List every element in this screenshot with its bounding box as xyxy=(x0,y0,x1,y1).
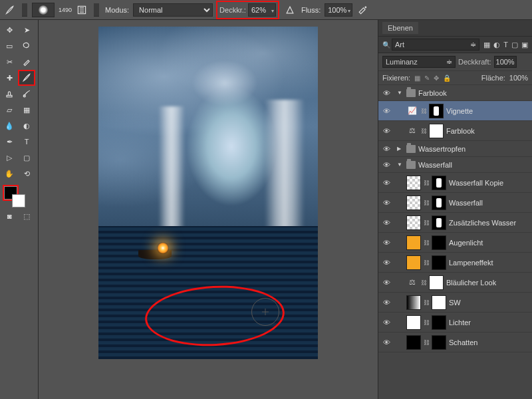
disclosure-icon[interactable]: ▼ xyxy=(397,162,404,168)
visibility-icon[interactable]: 👁 xyxy=(381,259,392,267)
brush-tool-icon[interactable] xyxy=(3,3,17,17)
layer-label[interactable]: Wasserfall Kopie xyxy=(449,179,529,187)
move-tool-icon[interactable]: ✥ xyxy=(1,23,17,37)
visibility-icon[interactable]: 👁 xyxy=(381,107,392,115)
flow-input[interactable]: 100% xyxy=(325,3,352,17)
layer-mask-thumb[interactable] xyxy=(432,176,446,190)
layer-thumb[interactable] xyxy=(406,255,421,270)
filter-adjust-icon[interactable]: ◐ xyxy=(493,41,500,49)
layer-label[interactable]: Wasserfall xyxy=(449,199,529,207)
layer-label[interactable]: Bläulicher Look xyxy=(446,279,529,287)
arrow-tool-icon[interactable]: ➤ xyxy=(19,23,35,37)
visibility-icon[interactable]: 👁 xyxy=(381,179,392,187)
layer-row[interactable]: 👁 ⛓ Lampeneffekt xyxy=(378,253,532,273)
layer-thumb[interactable] xyxy=(406,235,421,250)
blend-mode-select[interactable]: Normal xyxy=(133,3,213,17)
filter-shape-icon[interactable]: ▢ xyxy=(511,41,518,49)
layer-mask-thumb[interactable] xyxy=(432,335,446,350)
pressure-opacity-icon[interactable] xyxy=(283,3,297,17)
shape-tool-icon[interactable]: ▢ xyxy=(19,150,35,165)
layer-row[interactable]: 👁 ⛓ Augenlicht xyxy=(378,233,532,253)
rotate-view-icon[interactable]: ⟲ xyxy=(19,166,35,181)
layer-row[interactable]: 👁 ⛓ Wasserfall xyxy=(378,193,532,213)
lock-all-icon[interactable]: 🔒 xyxy=(443,74,451,82)
stamp-tool-icon[interactable] xyxy=(1,86,17,101)
visibility-icon[interactable]: 👁 xyxy=(381,161,392,169)
group-row[interactable]: 👁 ▼ Farblook xyxy=(378,85,532,101)
layer-mask-thumb[interactable] xyxy=(429,124,444,138)
layer-row[interactable]: 👁 ⚖ ⛓ Farblook xyxy=(378,121,532,141)
layer-label[interactable]: SW xyxy=(449,299,529,307)
layer-thumb[interactable] xyxy=(406,335,421,350)
layer-thumb[interactable] xyxy=(406,176,421,190)
layer-row-selected[interactable]: 👁 📈 ⛓ Vignette xyxy=(378,101,532,121)
filter-pixel-icon[interactable]: ▦ xyxy=(483,41,490,49)
color-swatches[interactable] xyxy=(4,186,25,207)
lock-pos-icon[interactable]: ✥ xyxy=(434,74,439,82)
layer-mask-thumb[interactable] xyxy=(432,235,446,250)
layer-mask-thumb[interactable] xyxy=(432,196,446,210)
filter-icons[interactable]: ▦ ◐ T ▢ ▣ xyxy=(483,41,528,49)
lock-trans-icon[interactable]: ▦ xyxy=(414,74,420,82)
visibility-icon[interactable]: 👁 xyxy=(381,199,392,207)
opacity-input[interactable]: 62% xyxy=(248,3,276,17)
filter-smart-icon[interactable]: ▣ xyxy=(521,41,528,49)
layer-label[interactable]: Lichter xyxy=(449,319,529,327)
airbrush-icon[interactable] xyxy=(355,3,370,17)
layer-mask-thumb[interactable] xyxy=(429,275,444,290)
layer-label[interactable]: Wassertropfen xyxy=(418,145,529,153)
layer-label[interactable]: Wasserfall xyxy=(418,161,529,169)
layer-mask-thumb[interactable] xyxy=(432,315,446,330)
layer-row[interactable]: 👁 ⛓ SW xyxy=(378,293,532,313)
history-brush-icon[interactable] xyxy=(19,86,35,101)
eraser-tool-icon[interactable]: ▱ xyxy=(1,102,17,117)
layer-opacity-input[interactable]: 100% xyxy=(494,56,517,68)
layer-mask-thumb[interactable] xyxy=(432,215,446,230)
crop-tool-icon[interactable]: ✂ xyxy=(1,55,17,69)
layer-filter-select[interactable]: Art≑ xyxy=(392,39,479,51)
lasso-tool-icon[interactable] xyxy=(19,39,35,53)
filter-type-icon[interactable]: T xyxy=(503,41,508,49)
layer-row[interactable]: 👁 ⚖ ⛓ Bläulicher Look xyxy=(378,273,532,293)
hand-tool-icon[interactable]: ✋ xyxy=(1,166,17,181)
visibility-icon[interactable]: 👁 xyxy=(381,127,392,135)
disclosure-icon[interactable]: ▶ xyxy=(397,146,404,152)
screenmode-icon[interactable]: ⬚ xyxy=(19,209,35,223)
layer-row[interactable]: 👁 ⛓ Schatten xyxy=(378,332,532,352)
blur-tool-icon[interactable]: 💧 xyxy=(1,118,17,133)
layer-thumb[interactable] xyxy=(406,196,421,210)
layer-thumb[interactable] xyxy=(406,215,421,230)
layer-mask-thumb[interactable] xyxy=(429,104,444,118)
type-tool-icon[interactable]: T xyxy=(19,134,35,149)
layer-mask-thumb[interactable] xyxy=(432,255,446,270)
visibility-icon[interactable]: 👁 xyxy=(381,145,392,153)
layer-row[interactable]: 👁 ⛓ Wasserfall Kopie xyxy=(378,173,532,193)
layer-mask-thumb[interactable] xyxy=(432,295,446,310)
brush-preset-picker[interactable] xyxy=(32,3,55,17)
layer-label[interactable]: Vignette xyxy=(446,107,529,115)
layer-label[interactable]: Schatten xyxy=(449,338,529,346)
dodge-tool-icon[interactable]: ◐ xyxy=(19,118,35,133)
group-row[interactable]: 👁 ▼ Wasserfall xyxy=(378,157,532,173)
brush-panel-icon[interactable] xyxy=(74,3,89,17)
visibility-icon[interactable]: 👁 xyxy=(381,299,392,307)
marquee-tool-icon[interactable]: ▭ xyxy=(1,39,17,53)
visibility-icon[interactable]: 👁 xyxy=(381,279,392,287)
visibility-icon[interactable]: 👁 xyxy=(381,338,392,346)
fill-input[interactable]: 100% xyxy=(509,74,528,82)
layer-row[interactable]: 👁 ⛓ Zusätzliches Wasser xyxy=(378,213,532,233)
visibility-icon[interactable]: 👁 xyxy=(381,89,392,97)
layer-label[interactable]: Lampeneffekt xyxy=(449,259,529,267)
visibility-icon[interactable]: 👁 xyxy=(381,219,392,227)
pen-tool-icon[interactable]: ✒ xyxy=(1,134,17,149)
lock-pixel-icon[interactable]: ✎ xyxy=(424,74,430,82)
group-row[interactable]: 👁 ▶ Wassertropfen xyxy=(378,141,532,157)
canvas-area[interactable] xyxy=(39,20,378,399)
layer-thumb[interactable] xyxy=(406,315,421,330)
visibility-icon[interactable]: 👁 xyxy=(381,239,392,247)
layer-blend-select[interactable]: Luminanz≑ xyxy=(382,56,456,68)
visibility-icon[interactable]: 👁 xyxy=(381,319,392,327)
layer-row[interactable]: 👁 ⛓ Lichter xyxy=(378,313,532,332)
eyedropper-tool-icon[interactable] xyxy=(19,55,35,69)
panel-title[interactable]: Ebenen xyxy=(382,22,418,34)
